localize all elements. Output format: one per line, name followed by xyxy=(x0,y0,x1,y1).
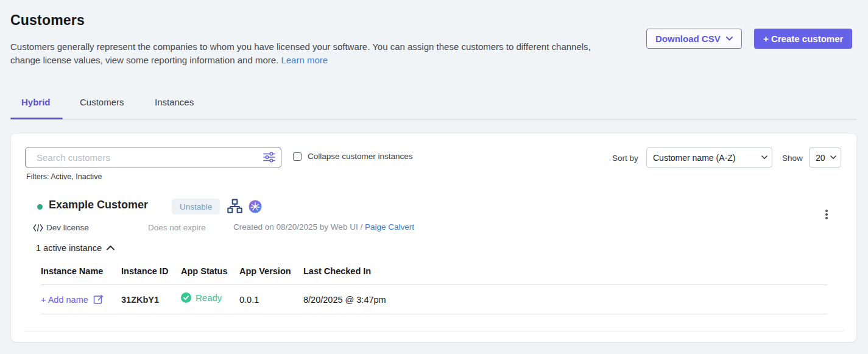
instance-id-cell: 31ZKbY1 xyxy=(121,295,181,305)
sitemap-icon xyxy=(227,199,242,214)
app-status-cell: Ready xyxy=(181,294,239,305)
sort-by-label: Sort by xyxy=(612,154,638,163)
instances-table: Instance Name Instance ID App Status App… xyxy=(41,266,827,314)
download-csv-button[interactable]: Download CSV xyxy=(646,29,742,49)
filter-sliders-icon xyxy=(263,151,276,163)
app-version-cell: 0.0.1 xyxy=(239,295,303,305)
instances-toggle-label: 1 active instance xyxy=(36,243,102,253)
status-ready: Ready xyxy=(181,292,222,303)
instance-name-cell: + Add name xyxy=(41,294,121,305)
search-input[interactable] xyxy=(25,147,281,168)
customers-panel: Filters: Active, Inactive Collapse custo… xyxy=(10,133,857,342)
customer-active-dot xyxy=(37,204,43,210)
instances-toggle[interactable]: 1 active instance xyxy=(36,243,115,253)
kubernetes-icon xyxy=(249,200,262,213)
download-csv-label: Download CSV xyxy=(655,34,721,44)
card-section-divider xyxy=(25,331,844,331)
status-label: Ready xyxy=(196,292,222,303)
chevron-up-icon xyxy=(107,246,115,250)
tab-instances[interactable]: Instances xyxy=(155,97,194,107)
last-checked-in-cell: 8/20/2025 @ 3:47pm xyxy=(303,295,827,305)
customer-name: Example Customer xyxy=(49,199,148,211)
license-created: Created on 08/20/2025 by Web UI / Paige … xyxy=(233,222,414,232)
customers-page: Customers Customers generally represent … xyxy=(0,0,868,354)
col-header-last-checked-in: Last Checked In xyxy=(303,266,827,276)
chevron-down-icon xyxy=(726,37,733,41)
col-header-instance-name: Instance Name xyxy=(41,266,121,276)
show-select-wrap: 20 xyxy=(809,147,841,168)
page-title: Customers xyxy=(10,12,85,29)
search-wrap xyxy=(25,147,281,168)
collapse-instances-control: Collapse customer instances xyxy=(293,152,413,161)
create-customer-button[interactable]: + Create customer xyxy=(754,29,852,49)
page-description: Customers generally represent the compan… xyxy=(10,40,596,67)
instances-table-header: Instance Name Instance ID App Status App… xyxy=(41,266,827,285)
sort-select[interactable]: Customer name (A-Z) xyxy=(646,147,772,168)
show-select[interactable]: 20 xyxy=(809,147,841,168)
customer-status-badge: Unstable xyxy=(172,199,220,214)
created-text: Created on 08/20/2025 by Web UI / xyxy=(233,222,362,232)
filters-summary: Filters: Active, Inactive xyxy=(26,172,102,181)
filter-button[interactable] xyxy=(262,151,277,165)
add-name-label: + Add name xyxy=(41,295,88,305)
tab-hybrid[interactable]: Hybrid xyxy=(21,97,51,107)
sort-select-wrap: Customer name (A-Z) xyxy=(646,147,772,168)
license-expiration: Does not expire xyxy=(148,223,206,232)
tab-customers[interactable]: Customers xyxy=(80,97,124,107)
license-type: Dev license xyxy=(46,223,89,232)
created-by-link[interactable]: Paige Calvert xyxy=(365,222,414,232)
collapse-instances-label[interactable]: Collapse customer instances xyxy=(308,152,413,161)
show-label: Show xyxy=(782,154,803,163)
tabs-divider xyxy=(10,119,857,119)
customer-actions-menu-button[interactable] xyxy=(820,207,833,222)
code-icon xyxy=(33,224,43,232)
active-tab-underline xyxy=(10,118,63,119)
edit-icon xyxy=(93,294,104,305)
collapse-instances-checkbox[interactable] xyxy=(293,152,302,161)
instance-row: + Add name 31ZKbY1 xyxy=(41,285,827,314)
check-circle-icon xyxy=(181,292,191,303)
add-name-button[interactable]: + Add name xyxy=(41,294,104,305)
col-header-instance-id: Instance ID xyxy=(121,266,181,276)
col-header-app-status: App Status xyxy=(181,266,239,276)
col-header-app-version: App Version xyxy=(239,266,303,276)
kebab-icon xyxy=(825,210,828,212)
learn-more-link[interactable]: Learn more xyxy=(281,55,328,65)
